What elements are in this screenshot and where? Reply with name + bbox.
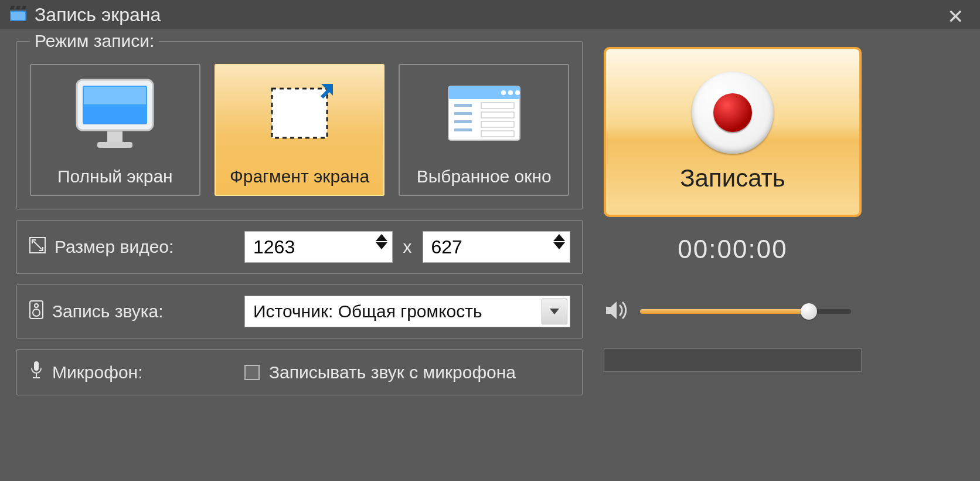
settings-panel: Режим записи: Полный экран	[16, 41, 583, 406]
microphone-label-wrap: Микрофон:	[29, 360, 234, 384]
speaker-icon	[29, 300, 44, 324]
mode-fullscreen-label: Полный экран	[57, 167, 173, 187]
titlebar: Запись экрана ✕	[0, 0, 980, 29]
svg-rect-21	[454, 128, 472, 131]
mode-region-label: Фрагмент экрана	[230, 167, 369, 187]
width-step-down[interactable]	[376, 242, 387, 249]
svg-point-16	[508, 90, 513, 95]
mode-buttons-row: Полный экран Фрагмент экрана	[30, 64, 569, 196]
svg-marker-34	[606, 302, 617, 319]
svg-line-27	[33, 241, 42, 249]
svg-rect-10	[272, 89, 327, 138]
chevron-down-icon[interactable]	[542, 299, 567, 324]
record-mode-group: Режим записи: Полный экран	[16, 41, 583, 209]
app-icon	[9, 5, 29, 25]
video-size-label-wrap: Размер видео:	[29, 236, 234, 258]
microphone-checkbox[interactable]	[244, 365, 260, 380]
svg-rect-19	[454, 112, 472, 115]
microphone-icon	[29, 360, 44, 384]
svg-marker-3	[16, 6, 21, 9]
audio-source-label-wrap: Запись звука:	[29, 300, 234, 324]
volume-icon	[604, 299, 628, 324]
mode-window-label: Выбранное окно	[417, 167, 552, 187]
volume-fill	[640, 309, 809, 314]
svg-rect-18	[454, 104, 472, 107]
record-button-label: Записать	[680, 164, 785, 192]
video-height-input[interactable]	[423, 231, 571, 263]
record-panel: Записать 00:00:00	[604, 47, 862, 372]
resize-icon	[29, 236, 46, 258]
height-step-down[interactable]	[553, 242, 565, 249]
volume-row	[604, 299, 862, 324]
video-size-label: Размер видео:	[55, 237, 173, 257]
svg-rect-8	[107, 131, 122, 142]
svg-point-15	[501, 90, 506, 95]
svg-rect-9	[97, 142, 132, 148]
svg-point-30	[33, 309, 40, 316]
video-height-field[interactable]	[423, 236, 540, 259]
microphone-checkbox-label: Записывать звук с микрофона	[269, 363, 516, 382]
microphone-row: Микрофон: Записывать звук с микрофона	[16, 349, 583, 395]
microphone-label: Микрофон:	[52, 363, 143, 382]
record-mode-title: Режим записи:	[30, 31, 159, 51]
mode-window-button[interactable]: Выбранное окно	[399, 64, 569, 196]
svg-marker-2	[10, 6, 15, 9]
audio-source-value: Источник: Общая громкость	[253, 302, 482, 321]
volume-slider[interactable]	[640, 309, 851, 314]
mic-level-meter	[604, 348, 862, 372]
video-width-input[interactable]	[244, 231, 393, 263]
window-icon	[400, 65, 568, 161]
volume-thumb[interactable]	[801, 303, 817, 320]
svg-rect-20	[454, 120, 472, 123]
record-icon	[692, 72, 774, 154]
svg-rect-31	[34, 361, 39, 371]
svg-rect-7	[84, 87, 146, 104]
mode-region-button[interactable]: Фрагмент экрана	[215, 64, 385, 196]
video-size-row: Размер видео: x	[16, 220, 583, 274]
monitor-icon	[31, 65, 199, 161]
audio-source-select[interactable]: Источник: Общая громкость	[244, 296, 570, 327]
recording-timer: 00:00:00	[604, 235, 862, 264]
mode-fullscreen-button[interactable]: Полный экран	[30, 64, 200, 196]
record-button[interactable]: Записать	[604, 47, 862, 217]
size-separator: x	[403, 237, 412, 257]
selection-icon	[216, 65, 384, 161]
window-title: Запись экрана	[35, 4, 161, 26]
video-width-field[interactable]	[245, 236, 362, 259]
svg-rect-1	[11, 12, 25, 20]
svg-marker-4	[22, 6, 26, 9]
close-icon[interactable]: ✕	[947, 5, 964, 28]
svg-point-29	[35, 304, 38, 307]
svg-point-17	[515, 90, 520, 95]
audio-source-label: Запись звука:	[52, 302, 164, 321]
height-step-up[interactable]	[553, 234, 565, 241]
width-step-up[interactable]	[376, 234, 387, 241]
audio-source-row: Запись звука: Источник: Общая громкость	[16, 284, 583, 338]
